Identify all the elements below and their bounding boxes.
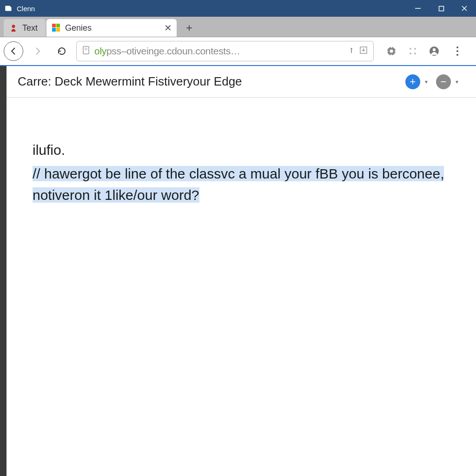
left-rail [0, 66, 7, 476]
tab-text[interactable]: Text [4, 19, 46, 37]
remove-button[interactable]: − [436, 74, 451, 89]
app-icon [5, 5, 12, 12]
browser-toolbar: olypss–otiveinge.cdoun.contests… [0, 37, 476, 66]
svg-point-21 [433, 48, 436, 51]
forward-button[interactable] [28, 41, 47, 61]
content-line[interactable]: ilufio. [33, 139, 454, 161]
extension-misc-icon[interactable] [406, 45, 419, 58]
close-button[interactable] [453, 0, 476, 17]
extensions-area [385, 45, 441, 58]
reload-button[interactable] [52, 41, 72, 61]
tab-label: Text [22, 23, 38, 33]
tab-genies[interactable]: Genies ✕ [46, 19, 177, 37]
svg-rect-14 [386, 51, 388, 52]
svg-point-4 [12, 25, 15, 28]
loading-progress-bar [0, 65, 381, 66]
minimize-button[interactable] [406, 0, 430, 17]
svg-point-11 [390, 50, 393, 53]
tab-favicon-icon [52, 24, 60, 32]
svg-point-19 [414, 53, 416, 54]
extension-profile-icon[interactable] [428, 45, 441, 58]
svg-point-18 [410, 53, 411, 54]
content-selected-text[interactable]: // hawergot be line of the classvc a mua… [33, 163, 454, 206]
window-controls [406, 0, 476, 17]
svg-rect-1 [439, 6, 443, 11]
tab-label: Genies [65, 23, 92, 33]
new-tab-button[interactable]: + [180, 19, 198, 37]
site-info-icon[interactable] [82, 46, 90, 57]
window-title: Clenn [17, 5, 35, 13]
svg-point-8 [350, 48, 352, 50]
remove-dropdown-caret[interactable]: ▾ [456, 79, 458, 85]
tab-strip: Text Genies ✕ + [0, 17, 476, 37]
svg-rect-5 [83, 46, 89, 54]
svg-rect-15 [395, 51, 397, 52]
address-bar[interactable]: olypss–otiveinge.cdoun.contests… [76, 41, 374, 61]
maximize-button[interactable] [430, 0, 453, 17]
svg-point-17 [414, 48, 416, 50]
svg-rect-12 [391, 46, 392, 48]
svg-point-16 [410, 48, 411, 50]
url-text: olypss–otiveinge.cdoun.contests… [94, 46, 240, 57]
browser-menu-button[interactable] [452, 46, 463, 56]
back-button[interactable] [4, 41, 23, 61]
reader-mode-icon[interactable] [348, 46, 355, 56]
extension-gear-icon[interactable] [385, 45, 398, 58]
page-content: ilufio. // hawergot be line of the class… [7, 98, 476, 476]
svg-rect-13 [391, 54, 392, 56]
page-header: Carre: Deck Mewermint Fistiveryour Edge … [7, 66, 476, 98]
tab-close-icon[interactable]: ✕ [164, 22, 172, 33]
window-titlebar: Clenn [0, 0, 476, 17]
add-button[interactable]: + [405, 74, 420, 89]
add-dropdown-caret[interactable]: ▾ [425, 79, 428, 85]
page-title: Carre: Deck Mewermint Fistiveryour Edge [18, 74, 242, 89]
install-app-icon[interactable] [359, 46, 368, 57]
tab-favicon-icon [9, 24, 18, 32]
